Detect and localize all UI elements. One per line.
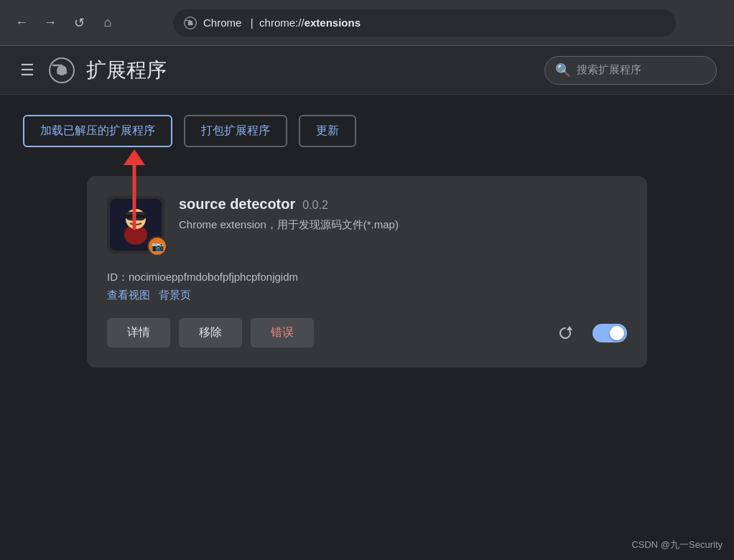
- extension-links: 查看视图 背景页: [107, 289, 627, 302]
- extension-name-row: source detecotor 0.0.2: [179, 196, 627, 213]
- menu-button[interactable]: ☰: [17, 58, 37, 83]
- extension-version: 0.0.2: [302, 199, 328, 212]
- background-page-link[interactable]: 背景页: [159, 289, 191, 302]
- extension-id: ID：nocimioeppfmdobofpfjphcpfonjgidm: [107, 271, 627, 284]
- svg-marker-11: [124, 149, 145, 165]
- remove-button[interactable]: 移除: [179, 318, 242, 347]
- error-button[interactable]: 错误: [251, 318, 314, 347]
- svg-marker-19: [567, 326, 572, 330]
- extension-card: 📷 source detecotor 0.0.2 Chrome extensio…: [87, 176, 647, 368]
- toggle-thumb: [610, 326, 624, 340]
- camera-icon: 📷: [152, 241, 164, 252]
- search-icon: 🔍: [555, 62, 571, 78]
- annotation-arrow: [116, 149, 152, 235]
- update-button[interactable]: 更新: [299, 115, 356, 147]
- extensions-header: ☰ 扩展程序 🔍 搜索扩展程序: [0, 46, 734, 95]
- chrome-icon: [183, 16, 198, 30]
- extension-description: Chrome extension，用于发现源码文件(*.map): [179, 217, 627, 233]
- forward-button[interactable]: →: [40, 13, 60, 33]
- home-button[interactable]: ⌂: [98, 13, 118, 33]
- browser-bar: ← → ↺ ⌂ Chrome | chrome://extensions: [0, 0, 734, 46]
- main-content: 加载已解压的扩展程序 打包扩展程序 更新: [0, 95, 734, 388]
- address-text: Chrome | chrome://extensions: [203, 17, 361, 29]
- extension-card-mid: ID：nocimioeppfmdobofpfjphcpfonjgidm 查看视图…: [107, 271, 627, 302]
- view-link[interactable]: 查看视图: [107, 289, 150, 302]
- address-bar[interactable]: Chrome | chrome://extensions: [173, 9, 676, 37]
- site-name: Chrome: [203, 17, 241, 29]
- page-title: 扩展程序: [86, 57, 533, 84]
- refresh-button[interactable]: ↺: [69, 13, 89, 33]
- camera-badge: 📷: [147, 236, 167, 256]
- reload-extension-button[interactable]: [552, 320, 578, 346]
- search-bar[interactable]: 🔍 搜索扩展程序: [544, 56, 717, 85]
- extension-card-top: 📷 source detecotor 0.0.2 Chrome extensio…: [107, 196, 627, 253]
- reload-icon: [558, 326, 572, 340]
- url-path: extensions: [305, 17, 361, 29]
- pack-extension-button[interactable]: 打包扩展程序: [184, 115, 287, 147]
- action-area: 加载已解压的扩展程序 打包扩展程序 更新: [23, 115, 711, 147]
- extension-name: source detecotor: [179, 196, 295, 213]
- search-placeholder: 搜索扩展程序: [577, 63, 641, 77]
- extension-toggle[interactable]: [593, 324, 627, 342]
- extension-card-bottom: 详情 移除 错误: [107, 318, 627, 347]
- details-button[interactable]: 详情: [107, 318, 170, 347]
- watermark: CSDN @九一Security: [631, 538, 723, 551]
- back-button[interactable]: ←: [11, 13, 32, 33]
- load-extension-button[interactable]: 加载已解压的扩展程序: [23, 115, 172, 147]
- action-buttons-row: 加载已解压的扩展程序 打包扩展程序 更新: [23, 115, 711, 147]
- extension-info: source detecotor 0.0.2 Chrome extension，…: [179, 196, 627, 253]
- chrome-logo-icon: [49, 57, 75, 83]
